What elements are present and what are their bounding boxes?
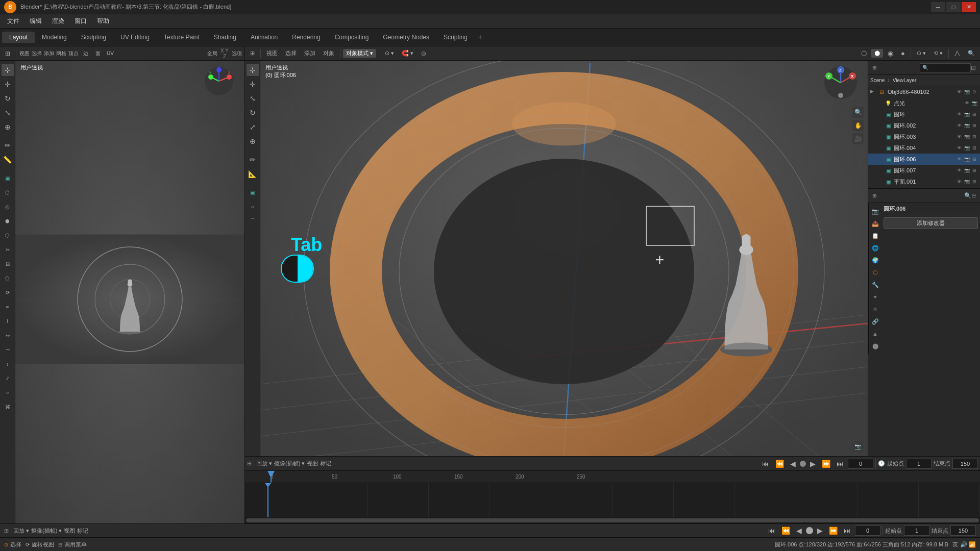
uv-menu[interactable]: UV	[105, 48, 116, 59]
modifier-icon[interactable]: ⊞	[971, 156, 978, 163]
outliner-item-collection[interactable]: ▶ ⊟ Obj3d66-480102 👁 📷 ⊙	[868, 86, 980, 97]
vertex-menu[interactable]: 顶点	[68, 48, 79, 59]
left-viewport[interactable]: X Y Z 用户透视	[15, 61, 244, 538]
select-menu-btn[interactable]: 选择	[282, 49, 300, 58]
render-icon[interactable]: 📷	[963, 133, 970, 140]
eye-icon[interactable]: 👁	[963, 99, 970, 107]
material-props-icon[interactable]: ⬤	[870, 341, 880, 351]
current-frame-input[interactable]	[848, 459, 873, 469]
outliner-item-ring003[interactable]: ▣ 圆环.003 👁 📷 ⊞	[868, 131, 980, 142]
add-modifier-button[interactable]: 添加修改器	[884, 217, 978, 229]
render-icon[interactable]: 📷	[971, 99, 978, 107]
to-sphere-tool[interactable]: ○	[2, 386, 14, 398]
end-frame-2[interactable]	[950, 525, 976, 536]
eye-icon[interactable]: 👁	[955, 133, 963, 140]
next-keyframe-btn[interactable]: ⏩	[820, 459, 832, 469]
tab-scripting[interactable]: Scripting	[436, 32, 475, 43]
modifier-icon[interactable]: ⊞	[971, 167, 978, 174]
tab-texture-paint[interactable]: Texture Paint	[157, 32, 207, 43]
cursor-icon[interactable]: ✛	[247, 78, 259, 90]
outliner-item-ring007[interactable]: ▣ 圆环.007 👁 📷 ⊞	[868, 165, 980, 176]
render-icon[interactable]: 📷	[963, 167, 970, 174]
render-icon[interactable]: 📷	[963, 178, 970, 185]
view-btn-2[interactable]: 视图	[64, 527, 75, 535]
jump-end-btn-2[interactable]: ⏭	[842, 525, 853, 536]
eye-icon[interactable]: 👁	[955, 178, 963, 185]
scene-props-icon[interactable]: 🌐	[870, 243, 880, 253]
keyframe-btn-2[interactable]: 抠像(插帧) ▾	[31, 527, 62, 535]
prev-frame-btn-2[interactable]: ◀	[794, 525, 804, 536]
proportional-edit-btn[interactable]: ◎	[418, 49, 429, 57]
tab-layout[interactable]: Layout	[2, 32, 35, 43]
modifier-icon[interactable]: ⊞	[971, 178, 978, 185]
annotate-icon[interactable]: ✏	[247, 154, 259, 166]
next-keyframe-btn-2[interactable]: ⏩	[827, 525, 840, 536]
shrink-tool[interactable]: ⤳	[2, 343, 14, 356]
editor-type-btn[interactable]: ⊞	[247, 49, 258, 57]
menu-edit[interactable]: 编辑	[24, 16, 47, 27]
outliner-item-ring004[interactable]: ▣ 圆环.004 👁 📷 ⊞	[868, 142, 980, 154]
rendered-shading-btn[interactable]: ●	[898, 49, 908, 58]
scale-tool[interactable]: ⤡	[2, 107, 14, 119]
tab-geometry-nodes[interactable]: Geometry Nodes	[376, 32, 436, 43]
keyframe-btn[interactable]: 抠像(插帧) ▾	[274, 460, 305, 467]
outliner-item-light[interactable]: 💡 点光 👁 📷	[868, 97, 980, 109]
anim-editor-type-btn[interactable]: ⊞	[4, 528, 9, 534]
inset-tool[interactable]: ◎	[2, 201, 14, 213]
view-layer-icon[interactable]: 📋	[870, 231, 880, 241]
marker-btn[interactable]: 标记	[320, 460, 331, 467]
props-search-btn[interactable]: 🔍	[964, 192, 971, 199]
eye-icon[interactable]: 👁	[955, 122, 963, 129]
nav-gizmo-3d[interactable]: Z X Y	[823, 65, 859, 101]
eye-icon[interactable]: 👁	[955, 88, 963, 95]
current-frame-input-2[interactable]	[855, 525, 880, 536]
jump-end-btn[interactable]: ⏭	[835, 459, 846, 469]
circle-select-icon[interactable]: ○	[247, 201, 259, 213]
eye-icon[interactable]: 👁	[955, 167, 963, 174]
timeline-scrollthumb[interactable]	[246, 518, 979, 522]
tab-compositing[interactable]: Compositing	[328, 32, 376, 43]
smooth-tool[interactable]: ≈	[2, 300, 14, 313]
next-frame-btn[interactable]: ▶	[808, 459, 818, 469]
global-frame-btn[interactable]: 八	[951, 49, 963, 58]
move-icon[interactable]: ⤡	[247, 92, 259, 105]
knife-tool[interactable]: ✂	[2, 243, 14, 256]
add-cube-tool[interactable]: ▣	[2, 172, 14, 184]
object-mode-btn[interactable]: 对象模式 ▾	[343, 49, 376, 58]
modifier-icon[interactable]: ⊞	[971, 122, 978, 129]
menu-file[interactable]: 文件	[2, 16, 24, 27]
view-btn-tl[interactable]: 视图	[307, 460, 318, 467]
zoom-in-btn[interactable]: 🔍	[852, 107, 864, 118]
randomize-tool[interactable]: ⁞	[2, 315, 14, 327]
outliner-item-ring006[interactable]: ▣ 圆环.006 👁 📷 ⊞	[868, 154, 980, 165]
annotate-tool[interactable]: ✏	[2, 139, 14, 152]
modifier-icon[interactable]: ⊞	[971, 133, 978, 140]
constraints-icon[interactable]: 🔗	[870, 316, 880, 327]
tab-modeling[interactable]: Modeling	[35, 32, 74, 43]
render-props-icon[interactable]: 📷	[870, 206, 880, 216]
main-3d-viewport[interactable]: + Tab 用户透视 (0) 圆环:006	[260, 61, 868, 456]
tab-uv-editing[interactable]: UV Editing	[113, 32, 157, 43]
outliner-filter-btn[interactable]: ⊟	[971, 64, 976, 71]
push-pull-tool[interactable]: ↕	[2, 358, 14, 370]
edge-menu[interactable]: 边	[80, 48, 91, 59]
edge-slide-tool[interactable]: ⇔	[2, 329, 14, 341]
add-menu[interactable]: 添加	[43, 48, 55, 59]
box-select-icon[interactable]: ▣	[247, 186, 259, 198]
modifier-icon[interactable]: ⊞	[971, 144, 978, 152]
world-props-icon[interactable]: 🌍	[870, 255, 880, 265]
rotate-icon[interactable]: ↻	[247, 107, 259, 119]
render-icon[interactable]: 📷	[963, 144, 970, 152]
scale-icon[interactable]: ⤢	[247, 121, 259, 133]
transform-icon[interactable]: ⊕	[247, 135, 259, 147]
particles-icon[interactable]: ✦	[870, 292, 880, 302]
overlay-btn[interactable]: ⊙ ▾	[914, 49, 929, 57]
menu-render[interactable]: 渲染	[47, 16, 69, 27]
bisect-tool[interactable]: ⊟	[2, 258, 14, 270]
add-workspace-button[interactable]: +	[475, 32, 486, 43]
cursor-tool[interactable]: ⊹	[2, 64, 14, 76]
timeline-scrollbar[interactable]	[245, 517, 980, 523]
wireframe-shading-btn[interactable]: ⬡	[858, 49, 870, 58]
end-frame-input[interactable]	[952, 459, 978, 469]
timeline-editor-btn[interactable]: ⊞	[247, 460, 252, 467]
